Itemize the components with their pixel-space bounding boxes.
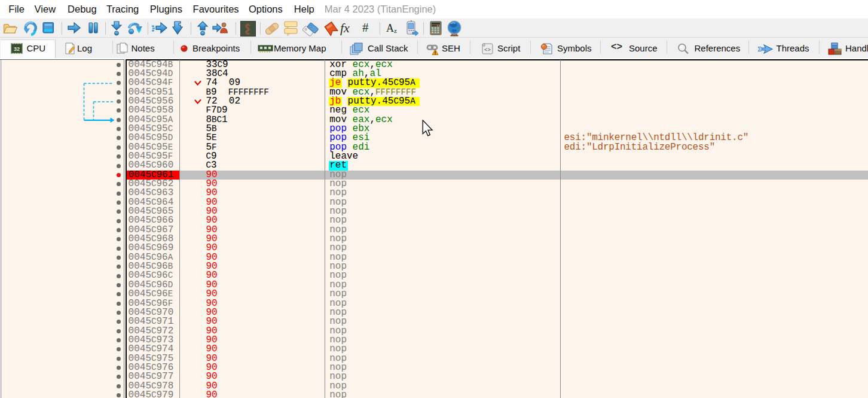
svg-text:32: 32 (13, 46, 19, 52)
svg-text:<>: <> (484, 47, 491, 53)
